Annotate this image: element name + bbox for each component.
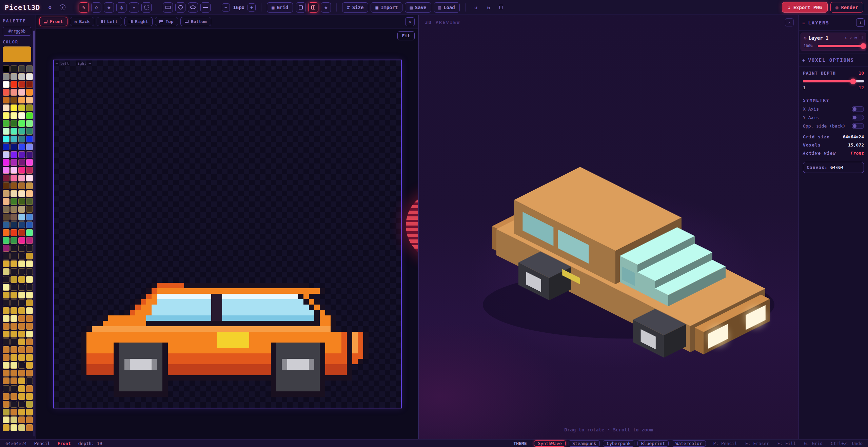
voxel-render[interactable] (419, 15, 798, 439)
palette-swatch[interactable] (26, 409, 33, 415)
palette-swatch[interactable] (11, 214, 17, 220)
palette-swatch[interactable] (26, 159, 33, 166)
theme-synthwave[interactable]: SynthWave (534, 440, 565, 447)
pixel-canvas[interactable] (54, 60, 401, 408)
palette-swatch[interactable] (26, 89, 33, 96)
palette-swatch[interactable] (11, 237, 17, 244)
palette-swatch[interactable] (18, 393, 25, 400)
palette-swatch[interactable] (26, 81, 33, 88)
palette-swatch[interactable] (11, 190, 17, 197)
palette-swatch[interactable] (26, 229, 33, 236)
palette-swatch[interactable] (26, 136, 33, 142)
palette-swatch[interactable] (11, 221, 17, 228)
palette-swatch[interactable] (18, 182, 25, 189)
palette-swatch[interactable] (18, 198, 25, 205)
palette-swatch[interactable] (3, 354, 9, 361)
palette-swatch[interactable] (18, 323, 25, 330)
palette-swatch[interactable] (18, 370, 25, 376)
palette-swatch[interactable] (26, 65, 33, 72)
render-button[interactable]: ❂ Render (830, 2, 863, 13)
preview-3d-pane[interactable]: 3D PREVIEW ✕ Drag to rotate · Scroll to … (418, 15, 798, 439)
palette-swatch[interactable] (18, 159, 25, 166)
palette-swatch[interactable] (26, 151, 33, 158)
palette-swatch[interactable] (3, 424, 9, 431)
palette-swatch[interactable] (18, 346, 25, 353)
palette-swatch[interactable] (26, 299, 33, 306)
palette-swatch[interactable] (26, 73, 33, 80)
palette-swatch[interactable] (3, 245, 9, 252)
fit-button[interactable]: Fit (397, 31, 415, 40)
view-3d-button[interactable]: ◈ (321, 2, 331, 13)
palette-swatch[interactable] (3, 151, 9, 158)
palette-swatch[interactable] (3, 190, 9, 197)
palette-swatch[interactable] (3, 377, 9, 384)
line-tool-button[interactable] (200, 2, 211, 13)
palette-swatch[interactable] (26, 292, 33, 298)
palette-swatch[interactable] (11, 136, 17, 142)
hex-color-input[interactable] (3, 27, 31, 36)
palette-scrollbar[interactable] (33, 31, 35, 436)
palette-swatch[interactable] (18, 331, 25, 337)
palette-swatch[interactable] (18, 362, 25, 369)
palette-swatch[interactable] (18, 81, 25, 88)
palette-swatch[interactable] (26, 120, 33, 127)
palette-swatch[interactable] (3, 260, 9, 267)
palette-swatch[interactable] (11, 175, 17, 181)
theme-cyberpunk[interactable]: Cyberpunk (603, 440, 634, 447)
palette-swatch[interactable] (18, 292, 25, 298)
rectangle-tool-button[interactable] (163, 2, 173, 13)
palette-swatch[interactable] (18, 136, 25, 142)
palette-swatch[interactable] (11, 81, 17, 88)
load-button[interactable]: ▥Load (434, 2, 460, 13)
palette-swatch[interactable] (18, 120, 25, 127)
palette-swatch[interactable] (26, 221, 33, 228)
palette-swatch[interactable] (3, 81, 9, 88)
palette-swatch[interactable] (26, 260, 33, 267)
palette-swatch[interactable] (3, 143, 9, 150)
brush-size-increase-button[interactable]: + (248, 3, 256, 12)
palette-swatch[interactable] (18, 245, 25, 252)
palette-swatch[interactable] (26, 167, 33, 174)
palette-swatch[interactable] (18, 284, 25, 291)
palette-swatch[interactable] (26, 143, 33, 150)
palette-swatch[interactable] (18, 89, 25, 96)
palette-swatch[interactable] (3, 214, 9, 220)
palette-swatch[interactable] (26, 362, 33, 369)
palette-swatch[interactable] (11, 276, 17, 283)
palette-swatch[interactable] (3, 292, 9, 298)
clear-button[interactable] (496, 2, 506, 13)
palette-swatch[interactable] (3, 182, 9, 189)
palette-swatch[interactable] (3, 120, 9, 127)
paint-depth-knob[interactable] (850, 78, 856, 84)
layer-delete-icon[interactable] (860, 36, 863, 40)
palette-swatch[interactable] (11, 268, 17, 275)
palette-swatch[interactable] (18, 307, 25, 314)
palette-swatch[interactable] (18, 151, 25, 158)
palette-swatch[interactable] (18, 338, 25, 345)
tab-top[interactable]: Top (155, 17, 178, 26)
palette-swatch[interactable] (11, 206, 17, 213)
layer-opacity-knob[interactable] (861, 43, 866, 49)
palette-swatch[interactable] (11, 416, 17, 423)
palette-swatch[interactable] (11, 151, 17, 158)
palette-swatch[interactable] (11, 260, 17, 267)
palette-swatch[interactable] (26, 276, 33, 283)
palette-swatch[interactable] (11, 104, 17, 111)
palette-swatch[interactable] (3, 385, 9, 392)
undo-button[interactable]: ↺ (471, 2, 481, 13)
layer-move-down-icon[interactable]: ∨ (849, 36, 852, 40)
palette-swatch[interactable] (3, 276, 9, 283)
palette-swatch[interactable] (3, 175, 9, 181)
palette-swatch[interactable] (18, 167, 25, 174)
palette-swatch[interactable] (11, 182, 17, 189)
palette-swatch[interactable] (18, 73, 25, 80)
palette-swatch[interactable] (18, 206, 25, 213)
palette-swatch[interactable] (18, 409, 25, 415)
palette-swatch[interactable] (18, 315, 25, 322)
palette-swatch[interactable] (3, 104, 9, 111)
palette-swatch[interactable] (26, 128, 33, 135)
tab-left[interactable]: Left (97, 17, 122, 26)
palette-swatch[interactable] (26, 331, 33, 337)
close-editor-pane-button[interactable]: ✕ (405, 17, 415, 26)
palette-swatch[interactable] (18, 299, 25, 306)
